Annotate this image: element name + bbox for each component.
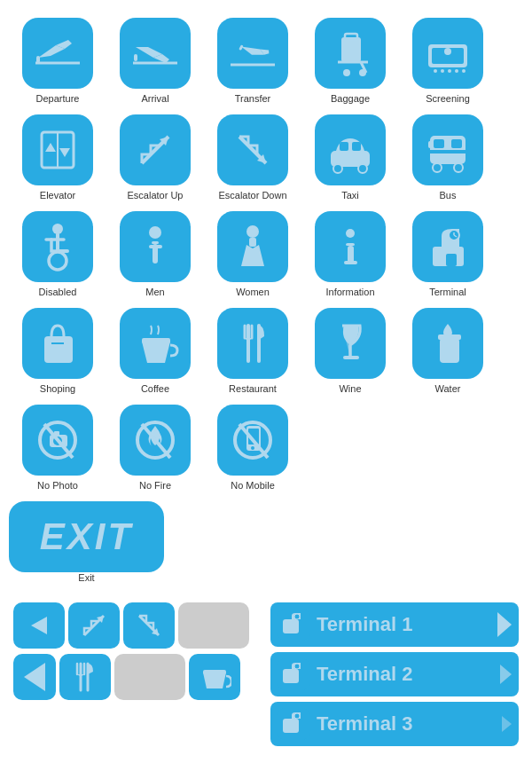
water-icon-box <box>412 308 483 379</box>
icon-cell-elevator: Elevator <box>9 114 106 201</box>
no-photo-label: No Photo <box>37 480 78 491</box>
terminal-signs: Terminal 1 Terminal 2 <box>270 602 519 746</box>
terminal-icon-box-main <box>412 211 483 282</box>
exit-text: Exit <box>40 515 133 558</box>
icon-cell-shopping: Shoping <box>9 308 106 394</box>
svg-point-93 <box>294 664 300 669</box>
icon-cell-information: Information <box>301 211 399 297</box>
disabled-icon-box <box>22 211 93 282</box>
icon-cell-escalator-down: Escalator Down <box>204 114 301 201</box>
icon-cell-no-mobile: No Mobile <box>204 405 301 491</box>
icon-cell-escalator-up: Escalator Up <box>106 114 204 201</box>
no-mobile-icon-box <box>217 405 288 476</box>
baggage-label: Baggage <box>331 93 370 104</box>
svg-rect-92 <box>283 669 299 683</box>
terminal-2-text: Terminal 2 <box>317 663 493 686</box>
water-label: Water <box>435 383 461 394</box>
icon-cell-transfer: Transfer <box>204 18 301 104</box>
men-label: Men <box>145 287 164 297</box>
icon-cell-baggage: Baggage <box>301 18 399 104</box>
icon-cell-water: Water <box>399 308 497 394</box>
svg-rect-90 <box>283 619 299 633</box>
wine-label: Wine <box>339 383 361 394</box>
svg-rect-94 <box>283 719 299 733</box>
svg-point-41 <box>149 226 161 239</box>
svg-rect-37 <box>428 141 432 148</box>
wayfinding-left <box>13 602 262 746</box>
icon-cell-restaurant: Restaurant <box>204 308 301 394</box>
coffee-label: Coffee <box>141 383 169 394</box>
restaurant-label: Restaurant <box>229 383 277 394</box>
icon-grid: Departure Arrival <box>9 18 523 594</box>
exit-icon-box: Exit <box>9 501 164 572</box>
wf-left-arrow-large <box>13 654 56 700</box>
svg-point-6 <box>343 69 350 76</box>
svg-point-39 <box>49 252 66 270</box>
svg-point-77 <box>251 446 254 450</box>
svg-point-30 <box>358 164 367 173</box>
escalator-down-label: Escalator Down <box>218 190 286 201</box>
transfer-icon-box <box>217 18 288 89</box>
elevator-label: Elevator <box>40 190 75 201</box>
wf-blank-2 <box>114 654 185 700</box>
terminal-3-text: Terminal 3 <box>317 712 495 736</box>
baggage-icon-box <box>315 18 386 89</box>
no-photo-icon-box <box>22 405 93 476</box>
screening-icon-box <box>412 18 483 89</box>
icon-cell-exit: Exit Exit <box>9 501 164 583</box>
women-label: Women <box>236 287 270 297</box>
wayfinding-row-2 <box>13 654 262 700</box>
icon-cell-screening: Screening <box>399 18 497 104</box>
restaurant-icon-box <box>217 308 288 379</box>
svg-rect-3 <box>341 37 361 62</box>
no-mobile-label: No Mobile <box>231 480 275 491</box>
svg-rect-52 <box>446 254 457 266</box>
svg-point-35 <box>433 163 442 172</box>
svg-point-47 <box>346 229 355 238</box>
information-label: Information <box>325 287 374 297</box>
departure-label: Departure <box>36 93 80 104</box>
bus-icon-box <box>412 114 483 185</box>
icon-cell-departure: Departure <box>9 18 106 104</box>
coffee-icon-box <box>120 308 191 379</box>
svg-point-29 <box>333 164 342 173</box>
svg-point-45 <box>246 225 259 238</box>
icon-cell-disabled: Disabled <box>9 211 106 297</box>
bus-label: Bus <box>440 190 457 201</box>
taxi-icon-box <box>315 114 386 185</box>
transfer-label: Transfer <box>235 93 271 104</box>
terminal-2-icon <box>278 658 309 690</box>
escalator-up-icon-box <box>120 114 191 185</box>
bottom-section: Terminal 1 Terminal 2 <box>9 602 523 746</box>
icon-cell-no-photo: No Photo <box>9 405 106 491</box>
svg-rect-42 <box>152 241 159 244</box>
taxi-label: Taxi <box>341 190 359 201</box>
icon-cell-coffee: Coffee <box>106 308 204 394</box>
svg-rect-28 <box>352 142 361 151</box>
svg-point-14 <box>448 69 451 73</box>
elevator-icon-box <box>22 114 93 185</box>
terminal-row-2: Terminal 2 <box>270 652 519 696</box>
wf-esc-down <box>123 602 175 649</box>
svg-point-16 <box>462 69 466 73</box>
arrival-icon-box <box>120 18 191 89</box>
exit-label: Exit <box>78 572 94 583</box>
svg-rect-33 <box>451 139 462 148</box>
icon-cell-arrival: Arrival <box>106 18 204 104</box>
no-fire-label: No Fire <box>139 480 171 491</box>
escalator-down-icon-box <box>217 114 288 185</box>
men-icon-box <box>120 211 191 282</box>
shopping-icon-box <box>22 308 93 379</box>
svg-rect-89 <box>203 670 226 674</box>
shopping-label: Shoping <box>40 383 75 394</box>
terminal-row-1: Terminal 1 <box>270 602 519 647</box>
svg-marker-20 <box>59 148 70 157</box>
wf-coffee <box>189 654 240 700</box>
wf-restaurant <box>59 654 111 700</box>
main-content: Departure Arrival <box>0 0 532 764</box>
svg-marker-79 <box>31 617 47 634</box>
terminal-1-text: Terminal 1 <box>317 613 490 636</box>
svg-point-11 <box>444 48 451 55</box>
svg-rect-65 <box>440 338 459 363</box>
svg-line-71 <box>44 424 73 458</box>
